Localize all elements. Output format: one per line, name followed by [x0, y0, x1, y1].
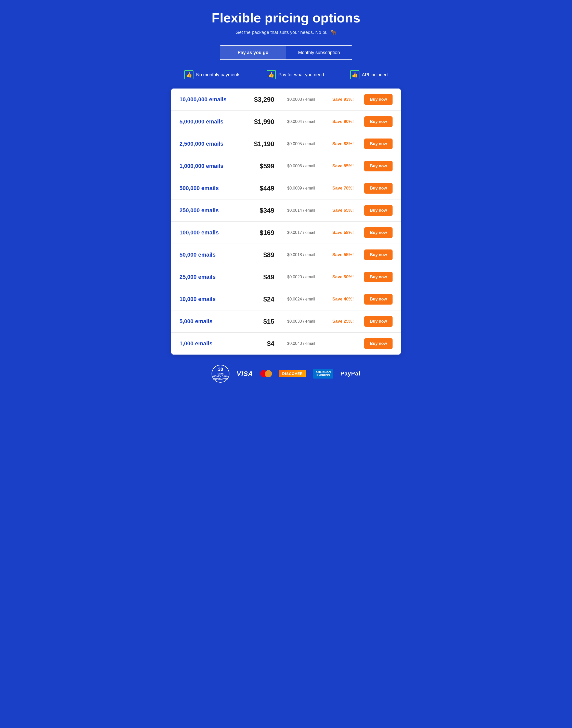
price-label: $449 [244, 184, 275, 192]
table-row: 5,000 emails $15 $0.0030 / email Save 25… [171, 310, 401, 332]
per-email-label: $0.0020 / email [278, 275, 324, 279]
save-label: Save 78%! [328, 186, 358, 191]
per-email-label: $0.0030 / email [278, 319, 324, 324]
buy-action: Buy now [362, 316, 392, 327]
per-email-label: $0.0017 / email [278, 230, 324, 235]
buy-action: Buy now [362, 272, 392, 282]
buy-action: Buy now [362, 294, 392, 305]
thumbs-up-icon-2: 👍 [267, 70, 276, 79]
buy-now-button[interactable]: Buy now [364, 161, 392, 171]
emails-label: 10,000,000 emails [180, 96, 240, 103]
discover-logo: DISCOVER [279, 370, 306, 377]
save-label: Save 85%! [328, 164, 358, 169]
footer-row: 30 DAYS MONEY BACK GUARANTEE VISA DISCOV… [171, 365, 401, 383]
table-row: 50,000 emails $89 $0.0018 / email Save 5… [171, 244, 401, 266]
table-row: 10,000,000 emails $3,290 $0.0003 / email… [171, 88, 401, 111]
mastercard-logo [260, 370, 272, 377]
feature-label-3: API included [362, 72, 388, 77]
emails-label: 2,500,000 emails [180, 140, 240, 147]
buy-now-button[interactable]: Buy now [364, 227, 392, 238]
save-label: Save 93%! [328, 97, 358, 102]
save-label: Save 58%! [328, 230, 358, 235]
save-label: Save 88%! [328, 141, 358, 146]
mc-orange-circle [265, 370, 272, 377]
per-email-label: $0.0040 / email [278, 341, 324, 346]
guarantee-line3: GUARANTEE [213, 378, 228, 380]
feature-no-monthly: 👍 No monthly payments [184, 70, 240, 79]
emails-label: 1,000 emails [180, 340, 240, 347]
emails-label: 5,000,000 emails [180, 118, 240, 125]
buy-action: Buy now [362, 227, 392, 238]
buy-action: Buy now [362, 94, 392, 105]
emails-label: 100,000 emails [180, 229, 240, 236]
emails-label: 25,000 emails [180, 274, 240, 280]
emails-label: 50,000 emails [180, 251, 240, 258]
page-title: Flexible pricing options [171, 10, 401, 25]
emails-label: 10,000 emails [180, 296, 240, 303]
buy-now-button[interactable]: Buy now [364, 138, 392, 149]
buy-now-button[interactable]: Buy now [364, 94, 392, 105]
price-label: $15 [244, 317, 275, 325]
table-row: 100,000 emails $169 $0.0017 / email Save… [171, 222, 401, 244]
tab-monthly[interactable]: Monthly subscription [286, 46, 352, 59]
buy-action: Buy now [362, 249, 392, 260]
price-label: $1,190 [244, 140, 275, 148]
table-row: 10,000 emails $24 $0.0024 / email Save 4… [171, 288, 401, 310]
buy-now-button[interactable]: Buy now [364, 272, 392, 282]
guarantee-days: 30 [218, 367, 223, 372]
buy-now-button[interactable]: Buy now [364, 316, 392, 327]
buy-action: Buy now [362, 183, 392, 194]
per-email-label: $0.0003 / email [278, 97, 324, 102]
price-label: $169 [244, 229, 275, 237]
per-email-label: $0.0005 / email [278, 141, 324, 146]
table-row: 5,000,000 emails $1,990 $0.0004 / email … [171, 111, 401, 133]
price-label: $349 [244, 206, 275, 215]
price-label: $49 [244, 273, 275, 281]
save-label: Save 65%! [328, 208, 358, 213]
page-container: Flexible pricing options Get the package… [171, 10, 401, 383]
paypal-logo: PayPal [340, 370, 360, 377]
emails-label: 5,000 emails [180, 318, 240, 325]
save-label: Save 55%! [328, 252, 358, 257]
per-email-label: $0.0024 / email [278, 297, 324, 302]
save-label: Save 90%! [328, 119, 358, 124]
save-label: Save 25%! [328, 319, 358, 324]
price-label: $89 [244, 251, 275, 259]
tabs-container: Pay as you go Monthly subscription [220, 45, 352, 60]
table-row: 500,000 emails $449 $0.0009 / email Save… [171, 177, 401, 199]
per-email-label: $0.0018 / email [278, 252, 324, 257]
buy-now-button[interactable]: Buy now [364, 205, 392, 216]
per-email-label: $0.0006 / email [278, 164, 324, 168]
table-row: 25,000 emails $49 $0.0020 / email Save 5… [171, 266, 401, 288]
per-email-label: $0.0009 / email [278, 186, 324, 190]
buy-action: Buy now [362, 138, 392, 149]
buy-now-button[interactable]: Buy now [364, 338, 392, 349]
guarantee-line2: MONEY BACK [213, 375, 228, 378]
visa-logo: VISA [236, 370, 253, 378]
feature-api: 👍 API included [350, 70, 388, 79]
feature-pay-what-need: 👍 Pay for what you need [267, 70, 324, 79]
buy-now-button[interactable]: Buy now [364, 294, 392, 305]
features-row: 👍 No monthly payments 👍 Pay for what you… [171, 70, 401, 79]
tab-payg[interactable]: Pay as you go [220, 46, 286, 59]
table-row: 250,000 emails $349 $0.0014 / email Save… [171, 199, 401, 222]
buy-now-button[interactable]: Buy now [364, 116, 392, 127]
buy-now-button[interactable]: Buy now [364, 183, 392, 194]
per-email-label: $0.0014 / email [278, 208, 324, 213]
per-email-label: $0.0004 / email [278, 119, 324, 124]
pricing-table: 10,000,000 emails $3,290 $0.0003 / email… [171, 88, 401, 355]
save-label: Save 50%! [328, 275, 358, 280]
price-label: $1,990 [244, 118, 275, 126]
emails-label: 500,000 emails [180, 185, 240, 192]
buy-now-button[interactable]: Buy now [364, 249, 392, 260]
price-label: $24 [244, 295, 275, 303]
guarantee-line1: DAYS [217, 372, 224, 375]
guarantee-badge: 30 DAYS MONEY BACK GUARANTEE [212, 365, 229, 383]
buy-action: Buy now [362, 338, 392, 349]
save-label: Save 40%! [328, 297, 358, 302]
emails-label: 1,000,000 emails [180, 163, 240, 169]
feature-label-2: Pay for what you need [278, 72, 324, 77]
price-label: $599 [244, 162, 275, 170]
table-row: 2,500,000 emails $1,190 $0.0005 / email … [171, 133, 401, 155]
buy-action: Buy now [362, 161, 392, 171]
